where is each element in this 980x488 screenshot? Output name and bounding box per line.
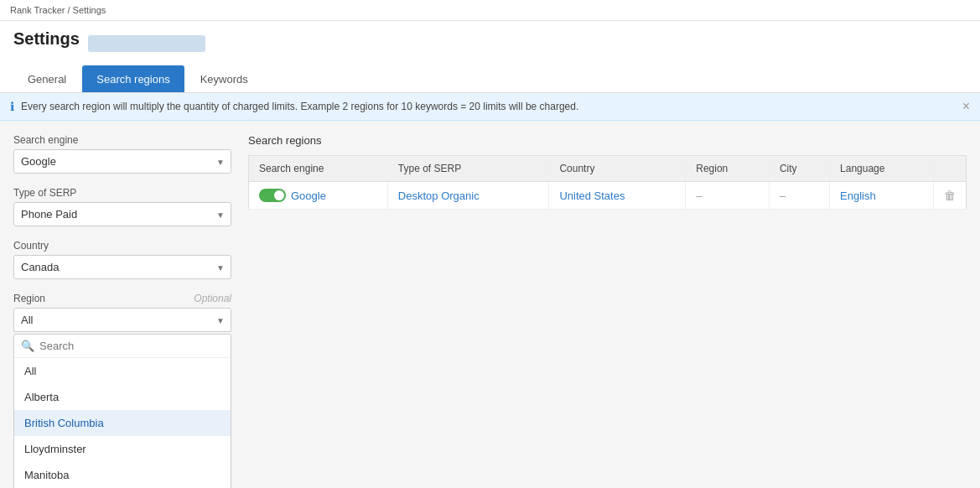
region-item-lloydminster[interactable]: Lloydminster — [14, 436, 231, 462]
col-header-region: Region — [686, 156, 770, 182]
cell-country: United States — [549, 182, 686, 210]
col-header-type-of-serp: Type of SERP — [387, 156, 549, 182]
tab-general[interactable]: General — [13, 65, 80, 92]
region-label: Region Optional — [13, 293, 231, 304]
tab-keywords[interactable]: Keywords — [186, 65, 262, 92]
type-of-serp-group: Type of SERP Phone Paid Desktop Organic … — [13, 187, 231, 226]
cell-language-value: English — [840, 189, 876, 202]
tabs-container: General Search regions Keywords — [13, 65, 967, 92]
country-group: Country Canada United States United King… — [13, 240, 231, 279]
search-engine-wrapper: Google Bing Yahoo ▼ — [13, 149, 231, 174]
region-search-icon: 🔍 — [21, 340, 34, 352]
region-item-manitoba[interactable]: Manitoba — [14, 462, 231, 488]
cell-delete: 🗑 — [934, 182, 967, 210]
region-optional-label: Optional — [194, 293, 231, 304]
cell-region: – — [686, 182, 770, 210]
left-panel: Search engine Google Bing Yahoo ▼ Type o… — [13, 134, 231, 488]
region-select-wrapper: All ▼ — [13, 308, 231, 332]
col-header-city: City — [769, 156, 829, 182]
cell-type-of-serp-value: Desktop Organic — [398, 189, 480, 202]
delete-row-button[interactable]: 🗑 — [944, 189, 956, 202]
info-banner-text: Every search region will multiply the qu… — [21, 101, 578, 112]
info-icon: ℹ — [10, 100, 14, 113]
col-header-country: Country — [549, 156, 686, 182]
region-item-alberta[interactable]: Alberta — [14, 384, 231, 410]
type-of-serp-select[interactable]: Phone Paid Desktop Organic Mobile Organi… — [13, 202, 231, 226]
cell-country-value: United States — [559, 189, 625, 202]
cell-city-value: – — [780, 189, 786, 202]
page-title: Settings — [13, 29, 80, 49]
cell-search-engine-value: Google — [291, 189, 326, 202]
cell-toggle-engine: Google — [249, 182, 388, 210]
type-of-serp-label: Type of SERP — [13, 187, 231, 199]
toggle-switch[interactable] — [259, 189, 286, 202]
page-title-highlight-bar — [88, 35, 205, 52]
search-regions-title: Search regions — [248, 134, 967, 147]
info-banner: ℹ Every search region will multiply the … — [0, 93, 980, 121]
country-wrapper: Canada United States United Kingdom ▼ — [13, 255, 231, 279]
cell-type-of-serp: Desktop Organic — [387, 182, 549, 210]
region-search-container: 🔍 — [14, 335, 231, 358]
results-table: Search engine Type of SERP Country Regio… — [248, 155, 967, 210]
region-item-all[interactable]: All — [14, 358, 231, 384]
region-item-british-columbia[interactable]: British Columbia — [14, 410, 231, 436]
region-list: All Alberta British Columbia Lloydminste… — [14, 358, 231, 488]
region-dropdown: 🔍 All Alberta British Columbia Lloydmins… — [13, 334, 231, 488]
region-search-input[interactable] — [39, 340, 224, 352]
breadcrumb-part2: Settings — [73, 5, 106, 15]
search-engine-select[interactable]: Google Bing Yahoo — [13, 149, 231, 174]
col-header-language: Language — [830, 156, 934, 182]
table-header-row: Search engine Type of SERP Country Regio… — [249, 156, 967, 182]
breadcrumb: Rank Tracker / Settings — [0, 0, 980, 21]
region-select[interactable]: All — [13, 308, 231, 332]
type-of-serp-wrapper: Phone Paid Desktop Organic Mobile Organi… — [13, 202, 231, 226]
close-banner-button[interactable]: × — [962, 100, 970, 113]
country-label: Country — [13, 240, 231, 252]
col-header-search-engine: Search engine — [249, 156, 388, 182]
search-engine-label: Search engine — [13, 134, 231, 146]
country-select[interactable]: Canada United States United Kingdom — [13, 255, 231, 279]
cell-region-value: – — [696, 189, 702, 202]
right-panel: Search regions Search engine Type of SER… — [248, 134, 967, 488]
page-header: Settings General Search regions Keywords — [0, 21, 980, 93]
search-engine-group: Search engine Google Bing Yahoo ▼ — [13, 134, 231, 174]
col-header-delete — [934, 156, 967, 182]
table-row: Google Desktop Organic United States – – — [249, 182, 967, 210]
region-group: Region Optional All ▼ 🔍 All Alberta Brit… — [13, 293, 231, 488]
cell-city: – — [769, 182, 829, 210]
main-content: Search engine Google Bing Yahoo ▼ Type o… — [0, 121, 980, 488]
tab-search-regions[interactable]: Search regions — [82, 65, 184, 92]
cell-language: English — [830, 182, 934, 210]
breadcrumb-part1: Rank Tracker — [10, 5, 65, 15]
